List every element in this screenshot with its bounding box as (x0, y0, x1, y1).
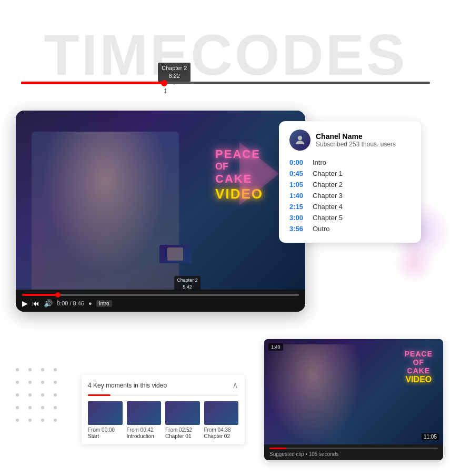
suggested-person-face (264, 344, 363, 444)
chapter-item-0: From 00:00 Start (88, 401, 123, 439)
mini-chapter-name: Chapter 2 (177, 277, 198, 283)
key-moments-title: 4 Key moments in this video (88, 382, 167, 389)
timecode-time-4[interactable]: 2:15 (289, 203, 306, 211)
chapter-item-3: From 04:38 Chapter 02 (204, 401, 239, 439)
timecode-time-1[interactable]: 0:45 (289, 170, 306, 177)
list-item: 0:00 Intro (289, 157, 410, 168)
channel-header: Chanel Name Subscribed 253 thous. users (289, 130, 410, 151)
timecode-time-0[interactable]: 0:00 (289, 158, 306, 166)
suggested-progress-fill (269, 448, 286, 449)
suggested-progress-bg[interactable] (269, 448, 438, 449)
timecode-label-4: Chapter 4 (313, 203, 343, 211)
person-silhouette (32, 132, 179, 290)
bullet-sep: ● (88, 300, 92, 306)
timecode-time-6[interactable]: 3:56 (289, 225, 306, 233)
key-moments-card: 4 Key moments in this video ∧ From 00:00… (82, 375, 245, 444)
chapter-thumb-0[interactable] (88, 401, 123, 425)
timecode-label-2: Chapter 2 (313, 181, 343, 189)
s-neon-peace: PEACE (405, 350, 433, 358)
chapter-time-2: From 02:52 (165, 427, 200, 433)
timecode-time-5[interactable]: 3:00 (289, 214, 306, 222)
channel-card: Chanel Name Subscribed 253 thous. users … (279, 121, 421, 243)
video-time: 0:00 / 8:46 (57, 300, 84, 306)
list-item: 3:00 Chapter 5 (289, 212, 410, 223)
key-moments-fill (88, 394, 111, 396)
svg-point-0 (298, 136, 302, 140)
suggested-video[interactable]: PEACE OF CAKE VIDEO 1:40 11:05 (264, 339, 443, 444)
chapter-thumb-2[interactable] (165, 401, 200, 425)
play-button[interactable]: ▶ (22, 299, 28, 308)
pink-blob (393, 242, 435, 284)
timecode-time-3[interactable]: 1:40 (289, 192, 306, 200)
suggested-bottom-row: Suggested clip • 105 seconds (269, 451, 438, 457)
suggested-badge: 1:40 (268, 343, 283, 351)
suggested-duration: 11:05 (422, 433, 439, 440)
top-progress-area: Chapter 2 8:22 ↕ (21, 82, 430, 84)
chapters-row: From 00:00 Start From 00:42 Introduction… (88, 401, 238, 439)
key-moments-close-button[interactable]: ∧ (232, 380, 238, 390)
timecode-label-6: Outro (313, 225, 330, 233)
top-progress-bar[interactable]: ↕ (21, 82, 430, 84)
timecode-list: 0:00 Intro 0:45 Chapter 1 1:05 Chapter 2… (289, 157, 410, 234)
intro-badge: Intro (96, 300, 112, 307)
chapter-item-2: From 02:52 Chapter 01 (165, 401, 200, 439)
mini-progress-fill (22, 294, 55, 296)
top-chapter-tooltip: Chapter 2 8:22 (158, 63, 191, 82)
video-controls: Chapter 2 5:42 ↕ ▶ ⏮ 🔊 0:00 / 8:46 ● Int… (16, 290, 305, 312)
chapter-thumb-3[interactable] (204, 401, 239, 425)
mini-progress-row: ↕ (22, 294, 299, 296)
mini-cursor: ↕ (56, 298, 59, 304)
s-neon-cake: CAKE (405, 366, 433, 375)
channel-name: Chanel Name (316, 132, 396, 141)
s-neon-video: VIDEO (405, 375, 433, 384)
chapter-thumb-1[interactable] (127, 401, 162, 425)
dots-decoration (16, 368, 57, 431)
s-neon-of: OF (405, 358, 433, 366)
list-item: 2:15 Chapter 4 (289, 201, 410, 212)
background-title: TIMECODES (0, 21, 451, 88)
key-moments-header: 4 Key moments in this video ∧ (88, 380, 238, 390)
mini-progress-bg[interactable]: ↕ (22, 294, 299, 296)
suggested-label: Suggested clip • 105 seconds (269, 451, 338, 457)
chapter-time-3: From 04:38 (204, 427, 239, 433)
channel-avatar (289, 130, 310, 151)
top-progress-fill (21, 82, 164, 84)
main-video-card: PEACE OF CAKE VIDEO Chapter 2 5:42 (16, 111, 305, 312)
volume-button[interactable]: 🔊 (44, 299, 53, 308)
top-tooltip-time: 8:22 (162, 72, 187, 80)
top-tooltip-chapter: Chapter 2 (162, 64, 187, 72)
chapter-name-2: Chapter 01 (165, 433, 200, 439)
chapter-name-1: Introduction (127, 433, 162, 439)
controls-row: ▶ ⏮ 🔊 0:00 / 8:46 ● Intro (22, 299, 299, 308)
chapter-time-1: From 00:42 (127, 427, 162, 433)
list-item: 0:45 Chapter 1 (289, 168, 410, 179)
timecode-label-5: Chapter 5 (313, 214, 343, 222)
suggested-clip-card: PEACE OF CAKE VIDEO 1:40 11:05 Suggested… (264, 339, 443, 460)
key-moments-progress (88, 394, 238, 396)
list-item: 1:40 Chapter 3 (289, 190, 410, 201)
top-progress-dot (161, 80, 167, 86)
skip-back-button[interactable]: ⏮ (32, 299, 39, 308)
channel-info: Chanel Name Subscribed 253 thous. users (316, 132, 396, 148)
timecode-label-0: Intro (313, 158, 326, 166)
cursor-icon: ↕ (163, 86, 167, 95)
chapter-name-3: Chapter 02 (204, 433, 239, 439)
channel-sub: Subscribed 253 thous. users (316, 141, 396, 148)
mini-chapter-tooltip: Chapter 2 5:42 (174, 276, 201, 291)
main-video-thumbnail[interactable]: PEACE OF CAKE VIDEO (16, 111, 305, 290)
chapter-item-1: From 00:42 Introduction (127, 401, 162, 439)
chapter-name-0: Start (88, 433, 123, 439)
timecode-time-2[interactable]: 1:05 (289, 181, 306, 189)
suggested-neon: PEACE OF CAKE VIDEO (405, 350, 433, 384)
list-item: 1:05 Chapter 2 (289, 179, 410, 190)
suggested-controls: Suggested clip • 105 seconds (264, 444, 443, 460)
mini-chapter-time: 5:42 (183, 284, 192, 290)
mini-progress-dot (55, 292, 61, 298)
list-item: 3:56 Outro (289, 223, 410, 234)
chapter-time-0: From 00:00 (88, 427, 123, 433)
timecode-label-3: Chapter 3 (313, 192, 343, 200)
timecode-label-1: Chapter 1 (313, 170, 343, 177)
